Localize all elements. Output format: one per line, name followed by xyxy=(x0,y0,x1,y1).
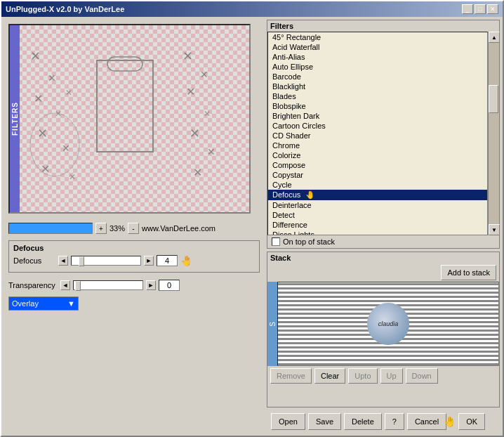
transparency-slider[interactable] xyxy=(73,280,143,290)
claudia-watermark: claudia xyxy=(367,303,409,345)
window-title: UnPlugged-X v2.0 by VanDerLee xyxy=(6,5,124,13)
scroll-up-btn[interactable]: ▲ xyxy=(489,32,500,43)
blend-select[interactable]: Overlay ▼ xyxy=(8,296,79,311)
stack-sidebar-label: S xyxy=(269,322,277,327)
stack-preview: claudia xyxy=(277,282,499,366)
filter-item-7[interactable]: Blobspike xyxy=(268,101,487,111)
bottom-bar: Open Save Delete ? Cancel 🤚 OK xyxy=(267,410,500,433)
stack-panel: Stack Add to stack S claudia Remove xyxy=(267,252,500,407)
delete-button[interactable]: Delete xyxy=(344,413,382,430)
preview-right-deco: ✕ ✕ ✕ ✕ ✕ ✕ ✕ xyxy=(179,39,235,194)
filter-item-17[interactable]: Deinterlace xyxy=(268,200,487,210)
ok-button[interactable]: OK xyxy=(458,413,485,430)
filter-item-15[interactable]: Cycle xyxy=(268,180,487,190)
on-top-row: On top of stack xyxy=(267,235,499,248)
svg-text:✕: ✕ xyxy=(37,126,48,141)
zoom-bar: + 33% - www.VanDerLee.com xyxy=(4,221,264,236)
filter-item-14[interactable]: Copystar xyxy=(268,170,487,180)
close-button[interactable]: ✕ xyxy=(487,4,498,14)
stack-header: Stack xyxy=(267,252,499,263)
defocus-section-label: Defocus xyxy=(13,244,255,252)
filter-item-6[interactable]: Blades xyxy=(268,91,487,101)
cancel-hand-icon: 🤚 xyxy=(444,416,456,427)
filter-item-12[interactable]: Colorize xyxy=(268,150,487,160)
filter-item-13[interactable]: Compose xyxy=(268,160,487,170)
on-top-checkbox[interactable] xyxy=(272,237,280,246)
upto-button[interactable]: Upto xyxy=(348,368,377,384)
down-button[interactable]: Down xyxy=(406,368,438,384)
blend-row: Overlay ▼ xyxy=(4,296,264,313)
svg-text:✕: ✕ xyxy=(69,172,76,182)
svg-text:✕: ✕ xyxy=(62,143,70,154)
open-button[interactable]: Open xyxy=(271,413,305,430)
svg-text:✕: ✕ xyxy=(48,72,56,84)
add-to-stack-button[interactable]: Add to stack xyxy=(441,265,496,280)
zoom-in-button[interactable]: + xyxy=(95,223,107,234)
preview-rect xyxy=(90,53,174,180)
svg-text:✕: ✕ xyxy=(41,163,50,175)
filter-item-3[interactable]: Auto Ellipse xyxy=(268,62,487,72)
svg-text:✕: ✕ xyxy=(204,109,211,119)
filter-item-2[interactable]: Anti-Alias xyxy=(268,52,487,62)
blend-dropdown-icon: ▼ xyxy=(67,299,75,308)
filter-item-10[interactable]: CD Shader xyxy=(268,131,487,141)
save-button[interactable]: Save xyxy=(308,413,341,430)
filter-item-9[interactable]: Cartoon Circles xyxy=(268,121,487,131)
filter-item-0[interactable]: 45° Rectangle xyxy=(268,32,487,42)
transparency-left-arrow[interactable]: ◄ xyxy=(60,280,70,290)
help-button[interactable]: ? xyxy=(385,413,404,430)
cancel-button[interactable]: Cancel xyxy=(407,413,446,430)
minimize-button[interactable]: _ xyxy=(462,4,473,14)
filter-item-16[interactable]: Defocus 🤚 xyxy=(268,190,487,200)
on-top-label: On top of stack xyxy=(283,237,335,246)
transparency-right-arrow[interactable]: ► xyxy=(146,280,156,290)
filter-item-11[interactable]: Chrome xyxy=(268,141,487,150)
remove-button[interactable]: Remove xyxy=(270,368,312,384)
filter-item-8[interactable]: Brighten Dark xyxy=(268,111,487,121)
stack-sidebar: S xyxy=(267,282,277,366)
transparency-value[interactable]: 0 xyxy=(159,280,180,291)
svg-text:✕: ✕ xyxy=(200,69,208,80)
svg-rect-10 xyxy=(97,60,153,152)
filter-item-5[interactable]: Blacklight xyxy=(268,81,487,91)
left-panel: FILTERS ✕ ✕ ✕ ✕ ✕ ✕ ✕ xyxy=(4,20,264,433)
right-panel: Filters 45° Rectangle Acid Waterfall Ant… xyxy=(267,20,500,433)
svg-text:✕: ✕ xyxy=(207,146,215,157)
svg-text:✕: ✕ xyxy=(190,126,200,141)
scroll-track[interactable] xyxy=(489,43,499,224)
filters-scrollbar: ▲ ▼ xyxy=(488,32,499,235)
defocus-slider[interactable] xyxy=(71,256,141,266)
transparency-slider-thumb xyxy=(75,281,81,291)
preview-decorations: ✕ ✕ ✕ ✕ ✕ ✕ ✕ ✕ ✕ xyxy=(27,39,90,194)
filters-panel: Filters 45° Rectangle Acid Waterfall Ant… xyxy=(267,20,500,249)
svg-text:✕: ✕ xyxy=(186,86,195,98)
preview-shapes: ✕ ✕ ✕ ✕ ✕ ✕ ✕ ✕ ✕ xyxy=(20,25,249,212)
defocus-hand-icon: 🤚 xyxy=(180,255,192,266)
filter-item-4[interactable]: Barcode xyxy=(268,72,487,81)
svg-text:✕: ✕ xyxy=(183,49,193,63)
on-top-checkbox-area[interactable]: On top of stack xyxy=(272,237,335,246)
scroll-thumb xyxy=(489,85,498,113)
defocus-param-name: Defocus xyxy=(13,256,55,265)
svg-text:✕: ✕ xyxy=(30,49,41,63)
defocus-right-arrow[interactable]: ► xyxy=(144,256,154,266)
title-controls: _ □ ✕ xyxy=(462,4,498,14)
up-button[interactable]: Up xyxy=(380,368,403,384)
scroll-down-btn[interactable]: ▼ xyxy=(489,224,500,235)
blend-label: Overlay xyxy=(12,299,39,308)
filters-list-container: 45° Rectangle Acid Waterfall Anti-Alias … xyxy=(267,32,499,235)
zoom-out-button[interactable]: - xyxy=(128,223,139,234)
transparency-label: Transparency xyxy=(8,281,58,289)
filter-item-18[interactable]: Detect xyxy=(268,210,487,220)
svg-point-7 xyxy=(30,113,79,176)
maximize-button[interactable]: □ xyxy=(475,4,486,14)
defocus-value[interactable]: 4 xyxy=(157,255,178,266)
filter-item-1[interactable]: Acid Waterfall xyxy=(268,42,487,52)
filters-list[interactable]: 45° Rectangle Acid Waterfall Anti-Alias … xyxy=(267,32,488,235)
filter-item-19[interactable]: Difference xyxy=(268,220,487,230)
filter-item-20[interactable]: Disco Lights xyxy=(268,230,487,235)
clear-button[interactable]: Clear xyxy=(314,368,345,384)
url-label: www.VanDerLee.com xyxy=(142,224,215,233)
content-area: FILTERS ✕ ✕ ✕ ✕ ✕ ✕ ✕ xyxy=(1,17,503,436)
defocus-left-arrow[interactable]: ◄ xyxy=(58,256,68,266)
